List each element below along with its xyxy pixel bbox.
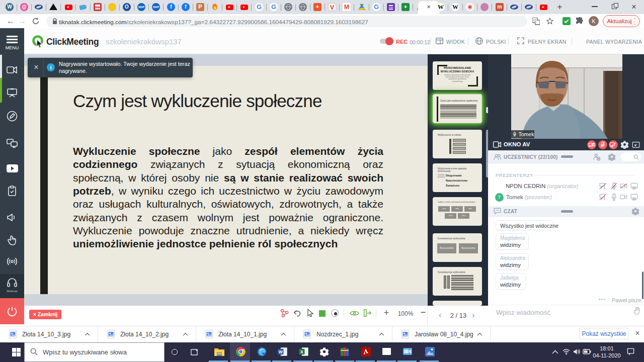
svg-text:X: X bbox=[300, 349, 303, 354]
svg-text:G: G bbox=[533, 18, 536, 23]
svg-text:W: W bbox=[279, 349, 283, 354]
